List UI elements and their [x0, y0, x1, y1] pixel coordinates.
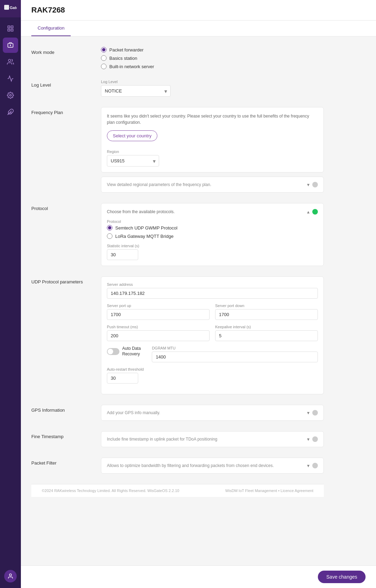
radio-built-in-server-input[interactable] — [101, 64, 107, 69]
radio-lora-mqtt-label: LoRa Gateway MQTT Bridge — [115, 234, 173, 239]
region-select[interactable]: EU868 US915 AU915 AS923 KR920 IN865 — [107, 155, 159, 167]
radio-built-in-server-label: Built-in network server — [109, 64, 154, 69]
stat-interval-label: Statistic interval (s) — [107, 244, 318, 248]
radio-packet-forwarder-label: Packet forwarder — [109, 47, 143, 53]
udp-protocol-content: Server address 140.179.175.182 Server po… — [101, 276, 324, 394]
section-gps-info: GPS Information Add your GPS info manual… — [31, 405, 324, 421]
fine-timestamp-text: Include fine timestamp in uplink packet … — [107, 437, 217, 442]
radio-semtech-udp[interactable]: Semtech UDP GWMP Protocol — [107, 225, 318, 231]
work-mode-content: Packet forwarder Basics station Built-in… — [101, 47, 324, 69]
radio-packet-forwarder[interactable]: Packet forwarder — [101, 47, 324, 53]
radio-basics-station[interactable]: Basics station — [101, 55, 324, 61]
packet-filter-text: Allows to optimize bandwidth by filterin… — [107, 463, 274, 468]
footer-right: WisDM IoT Fleet Management • Licence Agr… — [225, 489, 313, 493]
keepalive-group: Keepalive interval (s) 5 — [215, 325, 318, 341]
dgram-mtu-input[interactable]: 1400 — [152, 352, 318, 362]
auto-restart-label: Auto-restart threshold — [107, 367, 318, 371]
push-timeout-label: Push timeout (ms) — [107, 325, 210, 329]
radio-basics-station-input[interactable] — [101, 55, 107, 61]
sidebar-item-gateway[interactable] — [3, 38, 18, 53]
protocol-collapse-button[interactable]: ▴ — [307, 209, 310, 215]
freq-plan-expand-button[interactable]: ▾ — [307, 182, 310, 187]
svg-point-8 — [8, 59, 11, 62]
sidebar-item-monitor[interactable] — [3, 71, 18, 86]
gps-info-text: Add your GPS info manually. — [107, 410, 160, 415]
svg-point-12 — [9, 574, 11, 576]
sidebar-item-dashboard[interactable] — [3, 21, 18, 36]
log-level-field-label: Log Level — [101, 80, 324, 84]
svg-rect-0 — [4, 5, 9, 10]
server-address-group: Server address 140.179.175.182 — [107, 282, 318, 299]
frequency-plan-notice: It seems like you didn't select your cou… — [107, 113, 318, 126]
server-port-down-group: Server port down 1700 — [215, 304, 318, 320]
sidebar-item-settings[interactable] — [3, 88, 18, 103]
auto-data-row: Auto DataRecovery DGRAM MTU 1400 — [107, 346, 318, 362]
log-level-select[interactable]: DEBUG INFO NOTICE WARNING ERROR — [101, 85, 171, 97]
fine-timestamp-content: Include fine timestamp in uplink packet … — [101, 431, 324, 447]
section-fine-timestamp: Fine Timestamp Include fine timestamp in… — [31, 431, 324, 447]
protocol-section-label: Protocol — [31, 203, 101, 211]
push-timeout-input[interactable]: 200 — [107, 330, 210, 341]
auto-data-toggle-group: Auto DataRecovery — [107, 346, 141, 357]
radio-semtech-udp-input[interactable] — [107, 225, 112, 231]
log-level-select-wrapper: DEBUG INFO NOTICE WARNING ERROR ▾ — [101, 85, 171, 97]
log-level-content: Log Level DEBUG INFO NOTICE WARNING ERRO… — [101, 80, 324, 97]
protocol-field-label: Protocol — [107, 219, 318, 224]
radio-basics-station-label: Basics station — [109, 56, 137, 61]
save-bar: Save changes — [21, 565, 376, 588]
sidebar-item-plugins[interactable] — [3, 104, 18, 120]
sidebar-item-users[interactable] — [3, 54, 18, 70]
dgram-mtu-label: DGRAM MTU — [152, 346, 318, 350]
server-port-down-input[interactable]: 1700 — [215, 309, 318, 320]
radio-lora-mqtt[interactable]: LoRa Gateway MQTT Bridge — [107, 233, 318, 239]
user-avatar[interactable] — [4, 570, 17, 582]
radio-built-in-server[interactable]: Built-in network server — [101, 64, 324, 69]
fine-timestamp-label: Fine Timestamp — [31, 431, 101, 439]
gps-info-status-dot — [312, 410, 318, 416]
work-mode-label: Work mode — [31, 47, 101, 55]
footer-licence-link[interactable]: Licence Agreement — [281, 489, 313, 493]
section-work-mode: Work mode Packet forwarder Basics statio… — [31, 47, 324, 69]
server-address-input[interactable]: 140.179.175.182 — [107, 288, 318, 299]
page-footer: ©2024 RAKwireless Technology Limited. Al… — [31, 484, 324, 497]
port-row: Server port up 1700 Server port down 170… — [107, 304, 318, 320]
protocol-header-text: Choose from the available protocols. — [107, 209, 175, 214]
auto-data-toggle[interactable] — [107, 348, 119, 355]
auto-data-slider — [107, 348, 119, 355]
stat-interval-input[interactable]: 30 — [107, 249, 138, 260]
save-changes-button[interactable]: Save changes — [318, 571, 366, 583]
server-port-up-group: Server port up 1700 — [107, 304, 210, 320]
gps-info-content: Add your GPS info manually. ▾ — [101, 405, 324, 421]
protocol-box: Choose from the available protocols. ▴ P… — [101, 203, 324, 266]
keepalive-input[interactable]: 5 — [215, 330, 318, 341]
region-field-label: Region — [107, 150, 318, 154]
log-level-section-label: Log Level — [31, 80, 101, 88]
packet-filter-expand-button[interactable]: ▾ — [307, 463, 310, 468]
gps-info-panel: Add your GPS info manually. ▾ — [101, 405, 324, 421]
server-port-up-input[interactable]: 1700 — [107, 309, 210, 320]
sidebar: Gate — [0, 0, 21, 588]
gps-info-expand-button[interactable]: ▾ — [307, 410, 310, 416]
server-port-up-label: Server port up — [107, 304, 210, 308]
tab-configuration[interactable]: Configuration — [31, 21, 71, 36]
footer-wisdm: WisDM IoT Fleet Management — [225, 489, 277, 493]
section-protocol: Protocol Choose from the available proto… — [31, 203, 324, 266]
protocol-controls: ▴ — [307, 209, 318, 215]
packet-filter-controls: ▾ — [307, 463, 318, 468]
fine-timestamp-panel: Include fine timestamp in uplink packet … — [101, 431, 324, 447]
fine-timestamp-expand-button[interactable]: ▾ — [307, 436, 310, 442]
server-port-down-label: Server port down — [215, 304, 318, 308]
udp-params-box: Server address 140.179.175.182 Server po… — [101, 276, 324, 394]
work-mode-radio-group: Packet forwarder Basics station Built-in… — [101, 47, 324, 69]
select-country-button[interactable]: Select your country — [107, 130, 157, 141]
auto-restart-input[interactable]: 30 — [107, 373, 138, 384]
region-dropdown-wrapper: EU868 US915 AU915 AS923 KR920 IN865 ▾ — [107, 155, 159, 167]
keepalive-label: Keepalive interval (s) — [215, 325, 318, 329]
content-area: Work mode Packet forwarder Basics statio… — [21, 37, 334, 507]
radio-lora-mqtt-input[interactable] — [107, 233, 112, 239]
radio-packet-forwarder-input[interactable] — [101, 47, 107, 53]
fine-timestamp-status-dot — [312, 436, 318, 442]
push-timeout-group: Push timeout (ms) 200 — [107, 325, 210, 341]
section-frequency-plan: Frequency Plan It seems like you didn't … — [31, 107, 324, 193]
packet-filter-content: Allows to optimize bandwidth by filterin… — [101, 458, 324, 474]
